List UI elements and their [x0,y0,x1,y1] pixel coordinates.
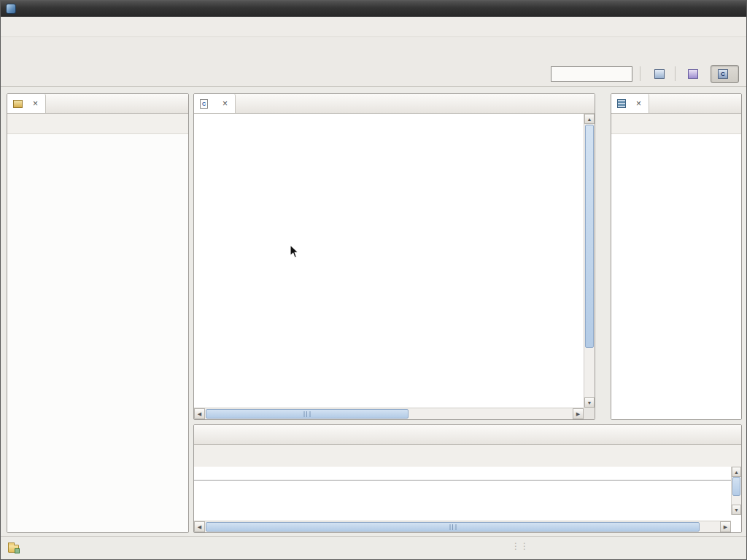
editor-vertical-scrollbar[interactable]: ▲ ▼ [584,114,595,408]
eclipse-window: C ▲ [0,0,747,560]
close-icon[interactable] [31,98,39,109]
project-tree [7,134,188,532]
scroll-right-icon[interactable]: ▶ [720,521,731,532]
nav-toolbar: C [1,61,746,87]
scroll-down-icon[interactable]: ▼ [732,505,741,515]
outline-icon [617,99,626,108]
open-perspective-button[interactable] [651,65,668,82]
code-lines [194,114,584,408]
perspective-resource-button[interactable] [681,65,709,83]
panel-controls [178,94,188,113]
resource-perspective-icon [688,69,698,79]
scroll-right-icon[interactable]: ▶ [573,408,584,419]
scroll-up-icon[interactable]: ▲ [732,467,741,477]
scrollbar-thumb[interactable] [206,522,700,532]
pe-toolbar [7,114,188,134]
view-overflow-indicator[interactable] [649,94,667,113]
console-panel: ▲ ▼ ◀ ▶ [193,424,742,533]
open-perspective-icon [654,69,665,79]
toolbar-separator [675,66,676,81]
editor-body: ▲ ▼ ◀ ▶ [194,114,595,419]
scrollbar-thumb[interactable] [732,477,740,496]
scroll-down-icon[interactable]: ▼ [584,397,595,408]
panel-controls [731,94,741,113]
console-tabbar [194,425,741,445]
quick-access-input[interactable] [551,66,632,82]
tab-outline[interactable] [611,94,649,113]
tab-helloworld-cpp[interactable] [194,94,236,113]
console-vertical-scrollbar[interactable]: ▲ ▼ [731,467,741,515]
editor-horizontal-scrollbar[interactable]: ◀ ▶ [194,408,584,419]
project-explorer-panel [7,93,189,533]
scroll-up-icon[interactable]: ▲ [584,114,595,124]
scrollbar-grip [303,411,310,417]
toolbar-separator [640,66,640,81]
cpp-perspective-icon: C [718,69,728,79]
outline-menu-row [611,134,741,146]
close-icon[interactable] [221,98,229,109]
scroll-left-icon[interactable]: ◀ [194,521,205,532]
console-header [194,467,731,481]
scroll-left-icon[interactable]: ◀ [194,408,205,419]
main-toolbar [1,37,746,61]
project-explorer-tabbar [7,94,188,114]
scrollbar-grip [449,524,456,530]
scrollbar-thumb[interactable] [585,125,594,348]
console-output [194,481,731,484]
statusbar: ⋮⋮ [1,536,746,560]
outline-list [611,146,741,419]
titlebar [1,1,746,17]
scrollbar-thumb[interactable] [206,409,409,419]
project-icon [8,545,19,553]
console-toolbar [194,445,741,467]
perspective-cpp-button[interactable]: C [711,65,739,83]
outline-toolbar [611,114,741,134]
project-explorer-icon [13,100,23,108]
close-icon[interactable] [635,98,643,109]
sash-handle-icon[interactable]: ⋮⋮ [511,541,529,551]
scrollbar-corner [584,408,595,419]
editor-tabbar [194,94,595,114]
cpp-file-icon [200,99,208,109]
outline-tabbar [611,94,741,114]
eclipse-logo-icon [6,4,16,14]
panel-controls [731,425,741,444]
menubar [1,17,746,37]
console-horizontal-scrollbar[interactable]: ◀ ▶ [194,521,731,532]
outline-panel [611,93,742,420]
tab-project-explorer[interactable] [7,94,46,113]
editor-panel: ▲ ▼ ◀ ▶ [193,93,595,420]
panel-controls [584,94,595,113]
console-body: ▲ ▼ ◀ ▶ [194,467,741,532]
